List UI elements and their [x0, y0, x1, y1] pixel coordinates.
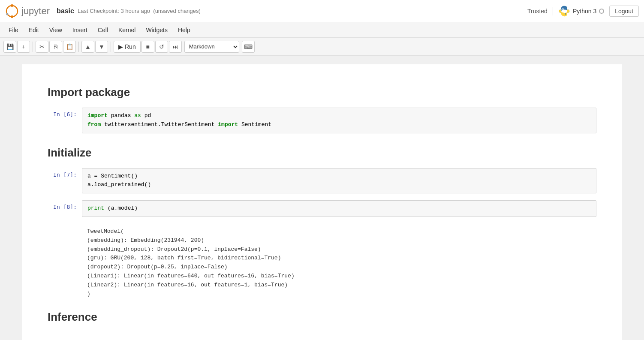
cell-7-prompt: In [7]: [48, 168, 82, 178]
output-line-2: (embedding): Embedding(231944, 200) [87, 236, 596, 245]
cell-8-input[interactable]: print (a.model) [82, 200, 596, 217]
svg-point-1 [11, 4, 13, 7]
run-label: Run [125, 43, 136, 50]
cell-6-line-2: from twittersentiment.TwitterSentiment i… [87, 120, 591, 129]
checkpoint-info: Last Checkpoint: 3 hours ago (unsaved ch… [78, 8, 201, 14]
toolbar-separator-3 [111, 42, 111, 52]
menu-kernel[interactable]: Kernel [113, 25, 141, 35]
output-line-6: (Linear1): Linear(in_features=640, out_f… [87, 272, 596, 281]
toolbar-separator-1 [33, 42, 33, 52]
jupyter-wordmark: jupyter [21, 6, 50, 17]
logout-button[interactable]: Logout [609, 6, 639, 17]
inference-heading: Inference [48, 310, 596, 324]
menu-view[interactable]: View [44, 25, 67, 35]
cell-type-select[interactable]: Markdown Code Raw NBConvert Heading [184, 41, 239, 53]
menu-insert[interactable]: Insert [67, 25, 93, 35]
cell-6: In [6]: import pandas as pd from twitter… [48, 108, 596, 133]
svg-point-5 [565, 13, 566, 15]
twitter-module: twittersentiment.TwitterSentiment [104, 121, 218, 128]
run-button[interactable]: ▶ Run [114, 41, 141, 53]
cell-8-output-text: TweetModel( (embedding): Embedding(23194… [82, 224, 596, 302]
interrupt-button[interactable]: ■ [141, 41, 154, 53]
jupyter-logo-icon [5, 4, 19, 18]
restart-run-button[interactable]: ⏭ [169, 41, 182, 53]
toolbar: 💾 + ✂ ⎘ 📋 ▲ ▼ ▶ Run ■ ↺ ⏭ Markdown Code … [0, 38, 644, 56]
cell-6-prompt: In [6]: [48, 108, 82, 117]
menu-help[interactable]: Help [173, 25, 196, 35]
cell-7-line-2: a.load_pretrained() [87, 181, 591, 190]
cell-7-input[interactable]: a = Sentiment() a.load_pretrained() [82, 168, 596, 194]
run-icon: ▶ [118, 43, 123, 50]
add-cell-button[interactable]: + [17, 41, 30, 53]
menu-edit[interactable]: Edit [24, 25, 44, 35]
from-keyword: from [87, 121, 101, 128]
cell-8-prompt: In [8]: [48, 200, 82, 210]
cell-7: In [7]: a = Sentiment() a.load_pretraine… [48, 168, 596, 194]
menu-cell[interactable]: Cell [93, 25, 113, 35]
jupyter-logo: jupyter [5, 4, 50, 18]
python-logo-icon [558, 5, 570, 17]
notebook-container: Import package In [6]: import pandas as … [22, 64, 622, 340]
pandas-module: pandas [111, 112, 135, 119]
output-line-4: (gru): GRU(200, 128, batch_first=True, b… [87, 254, 596, 263]
output-line-5: (dropout2): Dropout(p=0.25, inplace=Fals… [87, 263, 596, 272]
cell-8: In [8]: print (a.model) [48, 200, 596, 217]
cut-button[interactable]: ✂ [36, 41, 48, 53]
restart-button[interactable]: ↺ [155, 41, 168, 53]
svg-point-0 [6, 6, 18, 17]
header: jupyter basic Last Checkpoint: 3 hours a… [0, 0, 644, 22]
svg-point-3 [6, 13, 9, 15]
cell-8-output: TweetModel( (embedding): Embedding(23194… [48, 224, 596, 302]
kernel-status: Python 3 [558, 5, 604, 17]
output-line-8: ) [87, 290, 596, 299]
main-content: Import package In [6]: import pandas as … [0, 56, 644, 340]
svg-point-2 [11, 15, 13, 18]
svg-point-4 [563, 8, 564, 9]
move-down-button[interactable]: ▼ [95, 41, 108, 53]
header-right: Trusted Python 3 Logout [527, 5, 639, 17]
paste-button[interactable]: 📋 [63, 41, 76, 53]
output-line-3: (embedding_dropout): Dropout2d(p=0.1, in… [87, 245, 596, 254]
cell-8-line-1: print (a.model) [87, 204, 591, 213]
print-keyword: print [87, 205, 104, 211]
output-line-1: TweetModel( [87, 227, 596, 236]
menubar: File Edit View Insert Cell Kernel Widget… [0, 22, 644, 38]
cell-7-line-1: a = Sentiment() [87, 172, 591, 181]
import-keyword-2: import [218, 121, 238, 128]
as-keyword: as [134, 112, 141, 119]
cell-6-input[interactable]: import pandas as pd from twittersentimen… [82, 108, 596, 133]
menu-file[interactable]: File [3, 25, 24, 35]
keyboard-shortcuts-button[interactable]: ⌨ [242, 41, 255, 53]
save-button[interactable]: 💾 [3, 41, 16, 53]
output-line-7: (Linear2): Linear(in_features=16, out_fe… [87, 281, 596, 290]
trusted-label: Trusted [527, 8, 548, 15]
import-keyword: import [87, 112, 108, 119]
print-arg: (a.model) [108, 205, 138, 211]
initialize-heading: Initialize [48, 146, 596, 159]
kernel-circle-icon [599, 9, 604, 14]
sentiment-class: Sentiment [241, 121, 271, 128]
import-heading: Import package [48, 86, 596, 99]
notebook-name[interactable]: basic [57, 7, 74, 15]
move-up-button[interactable]: ▲ [81, 41, 94, 53]
kernel-name-label: Python 3 [573, 8, 596, 15]
toolbar-separator-2 [78, 42, 79, 52]
cell-6-line-1: import pandas as pd [87, 111, 591, 120]
kernel-separator [553, 7, 553, 15]
menu-widgets[interactable]: Widgets [141, 25, 173, 35]
copy-button[interactable]: ⎘ [49, 41, 62, 53]
pd-alias: pd [144, 112, 151, 119]
